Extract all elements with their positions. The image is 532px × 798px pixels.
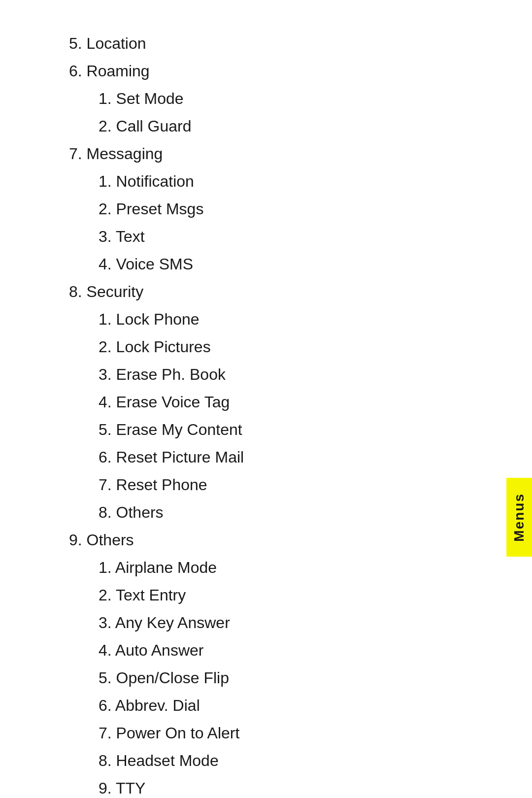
list-item: 5. Open/Close Flip (99, 664, 443, 692)
list-item: 2. Text Entry (99, 581, 443, 609)
list-item: 7. Power On to Alert (99, 719, 443, 747)
list-item: 1. Lock Phone (99, 305, 443, 333)
list-item: 7. Messaging (69, 140, 443, 167)
list-item: 4. Erase Voice Tag (99, 388, 443, 416)
list-item: 2. Preset Msgs (99, 195, 443, 223)
list-item: 4. Auto Answer (99, 636, 443, 664)
side-tab-label: Menus (511, 493, 527, 542)
menu-list: 5. Location6. Roaming1. Set Mode2. Call … (69, 30, 443, 798)
list-item: 6. Reset Picture Mail (99, 443, 443, 471)
page-content: 5. Location6. Roaming1. Set Mode2. Call … (0, 0, 443, 798)
list-item: 3. Erase Ph. Book (99, 361, 443, 388)
list-item: 2. Lock Pictures (99, 333, 443, 361)
list-item: 5. Location (69, 30, 443, 57)
list-item: 1. Airplane Mode (99, 554, 443, 581)
list-item: 6. Roaming (69, 57, 443, 85)
list-item: 6. Abbrev. Dial (99, 692, 443, 719)
list-item: 1. Notification (99, 167, 443, 195)
list-item: 3. Text (99, 223, 443, 250)
list-item: 9. TTY (99, 774, 443, 798)
list-item: 1. Set Mode (99, 85, 443, 112)
list-item: 3. Any Key Answer (99, 609, 443, 636)
list-item: 9. Others (69, 526, 443, 554)
list-item: 8. Others (99, 499, 443, 526)
list-item: 5. Erase My Content (99, 416, 443, 443)
list-item: 7. Reset Phone (99, 471, 443, 499)
list-item: 8. Headset Mode (99, 747, 443, 774)
list-item: 8. Security (69, 278, 443, 305)
list-item: 2. Call Guard (99, 112, 443, 140)
side-tab: Menus (506, 478, 532, 557)
list-item: 4. Voice SMS (99, 250, 443, 278)
